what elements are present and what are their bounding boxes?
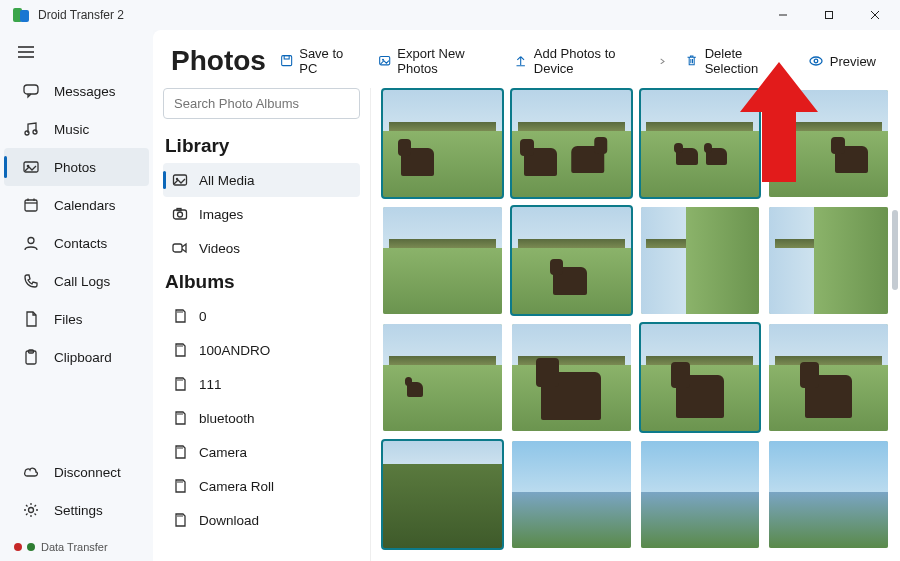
photo-thumbnail[interactable] — [383, 324, 502, 431]
library-header: Library — [163, 129, 360, 163]
photo-thumbnail[interactable] — [512, 324, 631, 431]
photo-thumbnail[interactable] — [769, 207, 888, 314]
albums-header: Albums — [163, 265, 360, 299]
svg-point-28 — [814, 59, 818, 63]
photo-thumbnail[interactable] — [512, 441, 631, 548]
export-label: Export New Photos — [397, 46, 490, 76]
search-input[interactable] — [163, 88, 360, 119]
chat-icon — [22, 82, 40, 100]
photo-grid-wrap[interactable] — [371, 88, 900, 561]
photo-thumbnail[interactable] — [383, 441, 502, 548]
toolbar: Photos Save to PC Export New Photos Add … — [153, 30, 900, 88]
nav-item-label: Messages — [54, 84, 116, 99]
nav-item-clipboard[interactable]: Clipboard — [4, 338, 149, 376]
status-dot-green — [27, 543, 35, 551]
eye-icon — [808, 53, 824, 69]
photo-thumbnail[interactable] — [383, 207, 502, 314]
photo-thumbnail[interactable] — [512, 207, 631, 314]
photo-thumbnail[interactable] — [641, 207, 760, 314]
hamburger-button[interactable] — [0, 36, 153, 68]
trash-icon — [685, 53, 698, 69]
sd-icon — [171, 477, 189, 495]
sd-icon — [171, 443, 189, 461]
album-item[interactable]: Download — [163, 503, 360, 537]
album-item[interactable]: Camera Roll — [163, 469, 360, 503]
delete-selection-button[interactable]: Delete Selection — [675, 40, 793, 82]
nav-item-messages[interactable]: Messages — [4, 72, 149, 110]
svg-rect-14 — [25, 200, 37, 211]
svg-point-18 — [28, 238, 34, 244]
library-item-all-media[interactable]: All Media — [163, 163, 360, 197]
export-icon — [378, 53, 391, 69]
album-item-label: 111 — [199, 377, 222, 392]
photo-thumbnail[interactable] — [383, 90, 502, 197]
contact-icon — [22, 234, 40, 252]
add-photos-button[interactable]: Add Photos to Device — [504, 40, 648, 82]
svg-point-27 — [810, 57, 822, 65]
music-icon — [22, 120, 40, 138]
app-icon — [12, 6, 30, 24]
preview-button[interactable]: Preview — [798, 47, 886, 75]
album-item[interactable]: bluetooth — [163, 401, 360, 435]
photo-thumbnail[interactable] — [641, 324, 760, 431]
album-item-label: bluetooth — [199, 411, 255, 426]
sd-icon — [171, 409, 189, 427]
nav-item-label: Settings — [54, 503, 103, 518]
minimize-button[interactable] — [760, 0, 806, 30]
svg-rect-3 — [826, 12, 833, 19]
nav-item-label: Call Logs — [54, 274, 110, 289]
save-icon — [280, 53, 293, 69]
nav-item-settings[interactable]: Settings — [4, 491, 149, 529]
album-item[interactable]: 100ANDRO — [163, 333, 360, 367]
photo-thumbnail[interactable] — [641, 90, 760, 197]
nav-item-label: Music — [54, 122, 89, 137]
library-item-label: All Media — [199, 173, 255, 188]
upload-icon — [514, 53, 527, 69]
nav-item-photos[interactable]: Photos — [4, 148, 149, 186]
photo-thumbnail[interactable] — [769, 441, 888, 548]
sd-icon — [171, 341, 189, 359]
save-to-pc-button[interactable]: Save to PC — [270, 40, 364, 82]
svg-rect-34 — [173, 244, 182, 252]
gallery-icon — [171, 171, 189, 189]
file-icon — [22, 310, 40, 328]
nav-item-label: Clipboard — [54, 350, 112, 365]
nav-item-contacts[interactable]: Contacts — [4, 224, 149, 262]
add-label: Add Photos to Device — [534, 46, 639, 76]
svg-rect-23 — [284, 56, 289, 59]
close-button[interactable] — [852, 0, 898, 30]
svg-point-10 — [25, 131, 29, 135]
nav-item-label: Contacts — [54, 236, 107, 251]
photo-thumbnail[interactable] — [641, 441, 760, 548]
nav-item-music[interactable]: Music — [4, 110, 149, 148]
scrollbar-thumb[interactable] — [892, 210, 898, 290]
photo-thumbnail[interactable] — [769, 90, 888, 197]
save-label: Save to PC — [299, 46, 354, 76]
library-item-images[interactable]: Images — [163, 197, 360, 231]
nav-item-call-logs[interactable]: Call Logs — [4, 262, 149, 300]
library-item-label: Videos — [199, 241, 240, 256]
gear-icon — [22, 501, 40, 519]
window-title: Droid Transfer 2 — [38, 8, 760, 22]
album-item[interactable]: Camera — [163, 435, 360, 469]
maximize-button[interactable] — [806, 0, 852, 30]
album-item[interactable]: 111 — [163, 367, 360, 401]
page-title: Photos — [171, 45, 266, 77]
sd-icon — [171, 511, 189, 529]
clipboard-icon — [22, 348, 40, 366]
library-item-videos[interactable]: Videos — [163, 231, 360, 265]
photo-thumbnail[interactable] — [769, 324, 888, 431]
svg-rect-9 — [24, 85, 38, 94]
nav-item-calendars[interactable]: Calendars — [4, 186, 149, 224]
nav-item-label: Files — [54, 312, 83, 327]
nav-item-disconnect[interactable]: Disconnect — [4, 453, 149, 491]
album-item-label: 100ANDRO — [199, 343, 270, 358]
photo-thumbnail[interactable] — [512, 90, 631, 197]
video-icon — [171, 239, 189, 257]
window-controls — [760, 0, 898, 30]
titlebar: Droid Transfer 2 — [0, 0, 900, 30]
nav-item-files[interactable]: Files — [4, 300, 149, 338]
album-item[interactable]: 0 — [163, 299, 360, 333]
export-new-photos-button[interactable]: Export New Photos — [368, 40, 500, 82]
svg-rect-1 — [20, 10, 29, 22]
